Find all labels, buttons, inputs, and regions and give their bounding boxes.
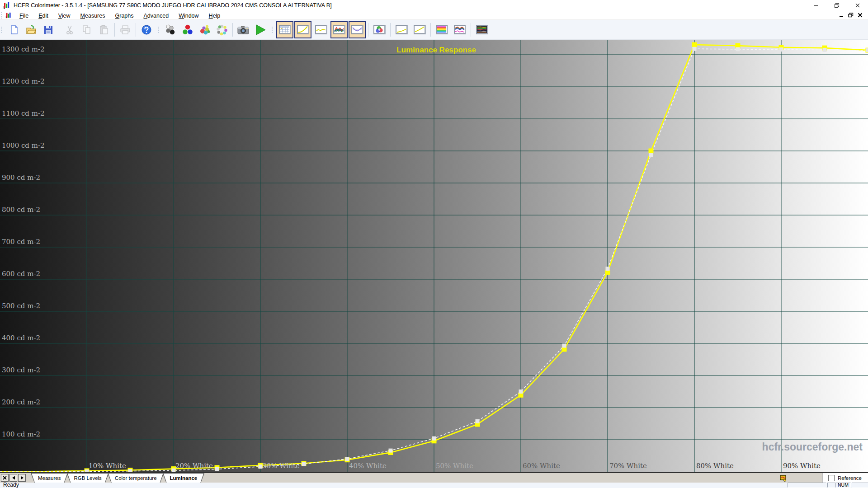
svg-text:hcfr.sourceforge.net: hcfr.sourceforge.net xyxy=(762,441,863,453)
contrast-ratio-icon xyxy=(414,25,426,34)
camera-icon xyxy=(237,24,250,35)
toolbar-separator xyxy=(136,23,136,37)
toolbar-separator xyxy=(114,23,115,37)
paste-button[interactable] xyxy=(96,22,112,38)
mdi-minimize-icon[interactable] xyxy=(839,13,844,18)
svg-text:600 cd m-2: 600 cd m-2 xyxy=(2,270,40,278)
help-icon xyxy=(141,24,152,35)
svg-text:20% White: 20% White xyxy=(175,462,213,470)
svg-text:70% White: 70% White xyxy=(609,462,647,470)
print-icon xyxy=(120,25,131,35)
svg-text:1300 cd m-2: 1300 cd m-2 xyxy=(2,45,45,53)
status-pane xyxy=(852,483,862,488)
svg-text:30% White: 30% White xyxy=(262,462,300,470)
svg-text:90% White: 90% White xyxy=(783,462,821,470)
secondaries-measure-icon xyxy=(199,24,211,36)
svg-text:Luminance Response: Luminance Response xyxy=(396,46,476,54)
luminance-linear-icon xyxy=(396,25,408,34)
copy-button[interactable] xyxy=(79,22,95,38)
menu-graphs[interactable]: Graphs xyxy=(110,12,139,19)
title-bar: HCFR Colorimeter - 3.5.1.4 - [SAMSUNG 77… xyxy=(0,0,868,11)
status-pane xyxy=(861,483,868,488)
tab-luminance[interactable]: Luminance xyxy=(163,473,205,483)
new-button[interactable] xyxy=(6,22,22,38)
cut-button[interactable] xyxy=(61,22,78,38)
tab-close-button[interactable] xyxy=(1,474,9,482)
svg-text:1000 cd m-2: 1000 cd m-2 xyxy=(2,141,45,150)
window-title: HCFR Colorimeter - 3.5.1.4 - [SAMSUNG 77… xyxy=(14,2,332,9)
gamma-tracking-icon xyxy=(315,25,327,34)
arrow-left-icon xyxy=(12,476,15,480)
full-palette-measure-icon xyxy=(216,24,228,36)
tab-rgb-levels[interactable]: RGB Levels xyxy=(67,473,109,483)
tab-label: Measures xyxy=(38,475,61,481)
toolbar-separator xyxy=(430,23,431,37)
grayscale-measure-button[interactable] xyxy=(162,22,179,38)
rgb-levels-icon xyxy=(333,25,345,34)
menu-edit[interactable]: Edit xyxy=(33,12,53,19)
menu-measures[interactable]: Measures xyxy=(75,12,110,19)
all-measures-icon xyxy=(454,25,466,34)
graph-luminance-linear-button[interactable] xyxy=(393,21,410,38)
near-black-icon xyxy=(476,25,488,34)
toolbar-grip-1 xyxy=(1,27,4,33)
menu-view[interactable]: View xyxy=(53,12,75,19)
grayscale-measure-icon xyxy=(165,24,176,36)
toolbar-grip-2 xyxy=(158,27,160,33)
menu-file[interactable]: File xyxy=(14,12,33,19)
primaries-measure-button[interactable] xyxy=(179,22,196,38)
cie-diagram-icon xyxy=(373,25,386,34)
open-icon xyxy=(26,25,37,35)
mdi-close-icon[interactable] xyxy=(858,13,863,18)
graph-contrast-ratio-button[interactable] xyxy=(411,21,428,38)
graph-values-table-button[interactable] xyxy=(276,21,293,38)
free-measure-camera-button[interactable] xyxy=(235,22,251,38)
reference-checkbox[interactable] xyxy=(828,475,835,481)
tab-scroll-right-button[interactable] xyxy=(18,474,26,482)
run-measures-button[interactable] xyxy=(252,22,269,38)
graph-color-temperature-button[interactable] xyxy=(349,21,366,38)
graph-near-black-button[interactable] xyxy=(473,21,491,38)
svg-text:60% White: 60% White xyxy=(523,462,560,470)
graph-spectrum-button[interactable] xyxy=(433,21,450,38)
graph-gamma-tracking-button[interactable] xyxy=(312,21,330,38)
close-icon xyxy=(854,2,861,9)
help-button[interactable] xyxy=(138,22,155,38)
open-button[interactable] xyxy=(23,22,39,38)
mdi-restore-icon[interactable] xyxy=(848,13,854,18)
tab-scroll-left-button[interactable] xyxy=(9,474,17,482)
menu-help[interactable]: Help xyxy=(204,12,226,19)
svg-text:40% White: 40% White xyxy=(349,462,387,470)
save-button[interactable] xyxy=(40,22,57,38)
graph-rgb-levels-button[interactable] xyxy=(330,21,348,38)
svg-text:80% White: 80% White xyxy=(696,462,734,470)
tab-measures[interactable]: Measures xyxy=(31,473,68,483)
graph-luminance-response-button[interactable] xyxy=(294,21,311,38)
toolbar-separator xyxy=(471,23,471,37)
tab-label: RGB Levels xyxy=(74,475,102,481)
save-icon xyxy=(43,25,53,35)
toolbar-separator xyxy=(59,23,59,37)
print-button[interactable] xyxy=(117,22,133,38)
copy-icon xyxy=(82,25,92,35)
menu-bar: FileEditViewMeasuresGraphsAdvancedWindow… xyxy=(0,11,868,20)
full-palette-measure-button[interactable] xyxy=(214,22,230,38)
app-logo-icon xyxy=(3,2,10,9)
restore-button[interactable] xyxy=(826,0,847,11)
tab-color-temperature[interactable]: Color temperature xyxy=(108,473,164,483)
menu-window[interactable]: Window xyxy=(174,12,203,19)
tab-label: Color temperature xyxy=(115,475,157,481)
secondaries-measure-button[interactable] xyxy=(197,22,213,38)
minimize-button[interactable] xyxy=(806,0,826,11)
svg-text:700 cd m-2: 700 cd m-2 xyxy=(2,238,40,246)
svg-text:400 cd m-2: 400 cd m-2 xyxy=(2,334,40,342)
luminance-chart: 100 cd m-2200 cd m-2300 cd m-2400 cd m-2… xyxy=(0,40,868,473)
graph-all-measures-button[interactable] xyxy=(451,21,468,38)
graph-cie-chromaticity-button[interactable] xyxy=(371,21,388,38)
close-button[interactable] xyxy=(847,0,868,11)
menu-advanced[interactable]: Advanced xyxy=(139,12,174,19)
status-pane xyxy=(827,483,835,488)
cut-icon xyxy=(65,25,75,35)
toolbar-separator xyxy=(390,23,391,37)
luminance-chart-plot: 100 cd m-2200 cd m-2300 cd m-2400 cd m-2… xyxy=(0,40,868,472)
